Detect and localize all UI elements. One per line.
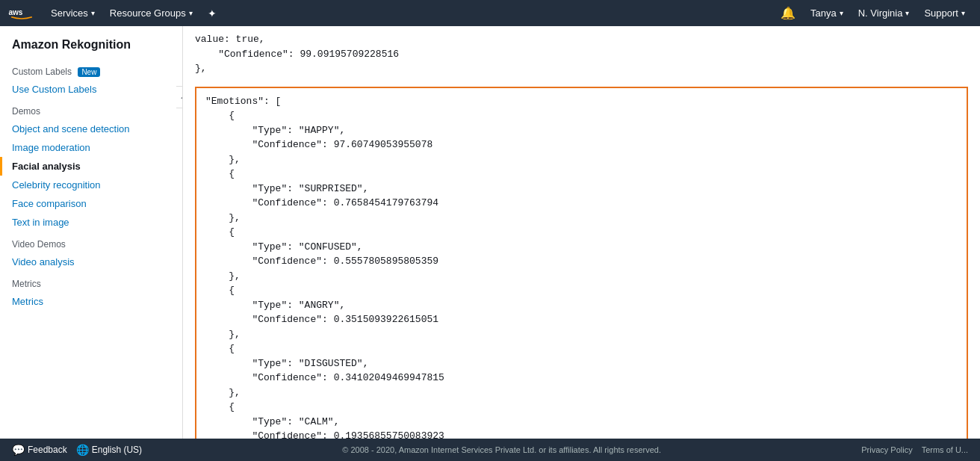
sidebar-section-custom-labels: Custom Labels New xyxy=(0,59,182,80)
terms-link[interactable]: Terms of U... xyxy=(922,445,968,454)
footer: 💬 Feedback 🌐 English (US) © 2008 - 2020,… xyxy=(0,439,980,461)
footer-left: 💬 Feedback 🌐 English (US) xyxy=(12,444,142,456)
sidebar-item-object-scene[interactable]: Object and scene detection xyxy=(0,120,182,138)
feedback-icon: 💬 xyxy=(12,444,25,456)
aws-logo[interactable]: aws xyxy=(7,5,36,22)
sidebar-section-video-demos: Video Demos xyxy=(0,232,182,253)
sidebar-collapse-button[interactable]: ◀ xyxy=(176,86,183,108)
sidebar-item-metrics[interactable]: Metrics xyxy=(0,292,182,311)
sidebar: ◀ Amazon Rekognition Custom Labels New U… xyxy=(0,26,183,461)
content-scroll[interactable]: value: true, "Confidence": 99.0919570922… xyxy=(183,26,980,461)
new-badge: New xyxy=(78,67,100,77)
footer-copyright: © 2008 - 2020, Amazon Internet Services … xyxy=(142,445,861,454)
sidebar-item-text-in-image[interactable]: Text in image xyxy=(0,213,182,232)
bookmarks-icon[interactable]: ✦ xyxy=(200,0,224,26)
main-layout: ◀ Amazon Rekognition Custom Labels New U… xyxy=(0,26,980,461)
feedback-button[interactable]: 💬 Feedback xyxy=(12,444,67,456)
sidebar-section-metrics: Metrics xyxy=(0,271,182,292)
footer-links: Privacy Policy Terms of U... xyxy=(861,445,968,454)
orange-box: "Emotions": [ { "Type": "HAPPY", "Confid… xyxy=(195,87,968,462)
nav-right: 🔔 Tanya ▾ N. Virginia ▾ Support ▾ xyxy=(773,0,973,26)
content-area: value: true, "Confidence": 99.0919570922… xyxy=(183,26,980,461)
resource-groups-menu[interactable]: Resource Groups ▾ xyxy=(102,0,200,26)
sidebar-item-image-moderation[interactable]: Image moderation xyxy=(0,138,182,157)
sidebar-item-face-comparison[interactable]: Face comparison xyxy=(0,194,182,213)
region-chevron-icon: ▾ xyxy=(905,9,909,17)
sidebar-section-demos: Demos xyxy=(0,99,182,120)
user-chevron-icon: ▾ xyxy=(840,9,843,17)
support-chevron-icon: ▾ xyxy=(961,9,965,17)
services-menu[interactable]: Services ▾ xyxy=(43,0,102,26)
sidebar-item-use-custom-labels[interactable]: Use Custom Labels xyxy=(0,80,182,99)
pre-box-json: value: true, "Confidence": 99.0919570922… xyxy=(183,26,980,82)
resource-groups-chevron-icon: ▾ xyxy=(189,9,193,17)
services-chevron-icon: ▾ xyxy=(91,9,95,17)
sidebar-title: Amazon Rekognition xyxy=(0,26,182,59)
notifications-icon[interactable]: 🔔 xyxy=(773,6,803,20)
top-nav: aws Services ▾ Resource Groups ▾ ✦ 🔔 Tan… xyxy=(0,0,980,26)
region-menu[interactable]: N. Virginia ▾ xyxy=(851,0,917,26)
svg-text:aws: aws xyxy=(8,7,22,16)
sidebar-item-video-analysis[interactable]: Video analysis xyxy=(0,253,182,271)
support-menu[interactable]: Support ▾ xyxy=(917,0,973,26)
box-json: "Emotions": [ { "Type": "HAPPY", "Confid… xyxy=(199,91,964,462)
sidebar-item-celebrity-recognition[interactable]: Celebrity recognition xyxy=(0,176,182,194)
globe-icon: 🌐 xyxy=(76,444,89,456)
user-menu[interactable]: Tanya ▾ xyxy=(803,0,851,26)
privacy-policy-link[interactable]: Privacy Policy xyxy=(861,445,912,454)
sidebar-item-facial-analysis[interactable]: Facial analysis xyxy=(0,157,182,176)
language-selector[interactable]: 🌐 English (US) xyxy=(76,444,142,456)
